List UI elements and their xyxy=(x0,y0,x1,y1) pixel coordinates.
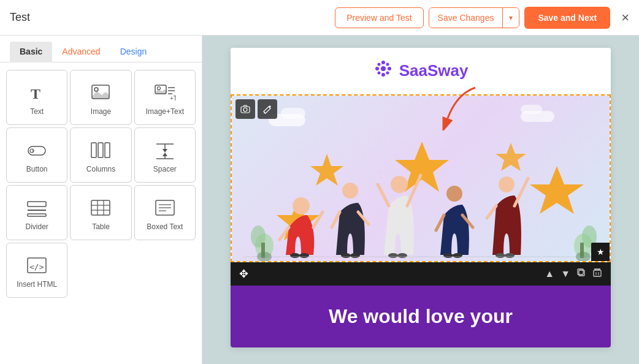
email-preview: SaaSway xyxy=(231,48,611,347)
camera-icon xyxy=(240,104,250,114)
duplicate-icon[interactable] xyxy=(576,268,586,280)
image-icon xyxy=(90,82,112,104)
tab-basic[interactable]: Basic xyxy=(10,42,52,63)
svg-marker-51 xyxy=(496,143,526,171)
move-up-icon[interactable]: ▲ xyxy=(545,268,554,279)
svg-marker-48 xyxy=(310,154,343,186)
image-text-icon: +T xyxy=(154,82,176,104)
component-text-label: Text xyxy=(30,107,44,116)
selected-image-block[interactable]: ★ xyxy=(231,94,611,262)
component-boxed-text-label: Boxed Text xyxy=(147,222,183,231)
svg-line-64 xyxy=(332,212,340,227)
svg-point-81 xyxy=(496,253,505,258)
columns-icon xyxy=(90,139,112,161)
svg-point-40 xyxy=(377,63,380,66)
component-text[interactable]: T Text xyxy=(6,70,67,125)
svg-marker-16 xyxy=(163,149,167,153)
component-divider[interactable]: Divider xyxy=(6,185,67,240)
component-image-text-label: Image+Text xyxy=(146,107,184,116)
svg-point-35 xyxy=(381,66,386,71)
block-toolbar: ✥ ▲ ▼ xyxy=(231,262,611,286)
component-columns[interactable]: Columns xyxy=(70,127,131,183)
svg-line-79 xyxy=(515,178,528,206)
svg-point-68 xyxy=(391,176,408,193)
svg-text:T: T xyxy=(31,86,40,102)
component-insert-html[interactable]: </> Insert HTML xyxy=(6,243,67,298)
svg-point-37 xyxy=(381,73,385,77)
svg-point-41 xyxy=(386,72,389,75)
saasway-logo-icon xyxy=(373,59,393,83)
svg-point-63 xyxy=(342,183,358,199)
cloud-2 xyxy=(281,108,305,119)
svg-point-82 xyxy=(505,253,515,258)
svg-rect-12 xyxy=(98,143,103,157)
preview-test-button[interactable]: Preview and Test xyxy=(335,7,423,28)
component-divider-label: Divider xyxy=(25,222,48,231)
component-image-text[interactable]: +T Image+Text xyxy=(134,70,196,125)
save-next-button[interactable]: Save and Next xyxy=(524,7,610,29)
component-button-label: Button xyxy=(26,165,48,173)
svg-point-71 xyxy=(388,253,398,258)
svg-rect-11 xyxy=(91,143,96,157)
svg-rect-13 xyxy=(105,143,110,157)
save-changes-button[interactable]: Save Changes xyxy=(429,8,503,28)
text-icon: T xyxy=(26,82,48,104)
cloud-4 xyxy=(521,105,542,114)
divider-icon xyxy=(26,197,48,219)
svg-point-66 xyxy=(341,253,351,258)
svg-point-72 xyxy=(397,253,407,258)
move-icon[interactable]: ✥ xyxy=(239,267,248,281)
close-button[interactable]: × xyxy=(621,11,629,25)
delete-icon[interactable] xyxy=(592,268,602,280)
component-boxed-text[interactable]: Boxed Text xyxy=(134,185,196,240)
move-down-icon[interactable]: ▼ xyxy=(561,268,570,279)
component-columns-label: Columns xyxy=(86,165,115,173)
component-insert-html-label: Insert HTML xyxy=(17,280,57,289)
saasway-logo-text: SaaSway xyxy=(399,61,469,80)
boxed-text-icon xyxy=(154,197,176,219)
cta-text: We would love your xyxy=(249,305,592,328)
svg-rect-20 xyxy=(28,202,46,207)
svg-text:+T: +T xyxy=(170,95,176,102)
component-image[interactable]: Image xyxy=(70,70,131,125)
svg-rect-23 xyxy=(91,200,110,215)
star-icon: ★ xyxy=(597,247,605,257)
svg-point-78 xyxy=(499,176,515,192)
button-icon xyxy=(26,139,48,161)
component-spacer[interactable]: Spacer xyxy=(134,127,196,183)
svg-marker-17 xyxy=(163,153,167,156)
hero-image xyxy=(232,96,610,261)
component-grid: T Text Image xyxy=(0,63,202,305)
tab-design[interactable]: Design xyxy=(110,42,157,63)
svg-point-58 xyxy=(293,197,310,214)
main-layout: Basic Advanced Design T Text xyxy=(0,36,639,364)
svg-line-80 xyxy=(487,206,496,218)
svg-point-36 xyxy=(381,61,385,64)
svg-marker-50 xyxy=(530,166,584,214)
cta-band: We would love your xyxy=(231,286,611,347)
page-title: Test xyxy=(10,11,335,24)
email-header-band: SaaSway xyxy=(231,48,611,94)
svg-line-60 xyxy=(313,212,323,227)
canvas-area: SaaSway xyxy=(202,36,639,364)
app-header: Test Preview and Test Save Changes ▾ Sav… xyxy=(0,0,639,36)
component-button[interactable]: Button xyxy=(6,127,67,183)
component-table[interactable]: Table xyxy=(70,185,131,240)
tab-advanced[interactable]: Advanced xyxy=(52,42,110,63)
header-actions: Preview and Test Save Changes ▾ Save and… xyxy=(335,7,629,29)
svg-point-62 xyxy=(299,253,309,258)
table-icon xyxy=(90,197,112,219)
svg-rect-9 xyxy=(28,146,45,155)
pencil-icon xyxy=(262,104,272,114)
svg-point-43 xyxy=(377,72,380,75)
block-camera-button[interactable] xyxy=(235,99,255,119)
svg-point-61 xyxy=(290,253,300,258)
component-table-label: Table xyxy=(92,222,110,231)
save-changes-dropdown-arrow[interactable]: ▾ xyxy=(502,8,519,28)
save-changes-split-button: Save Changes ▾ xyxy=(429,7,520,28)
star-badge: ★ xyxy=(591,243,610,261)
svg-point-73 xyxy=(446,186,462,202)
svg-rect-88 xyxy=(594,270,601,276)
block-edit-button[interactable] xyxy=(258,99,277,119)
svg-point-67 xyxy=(350,253,360,258)
